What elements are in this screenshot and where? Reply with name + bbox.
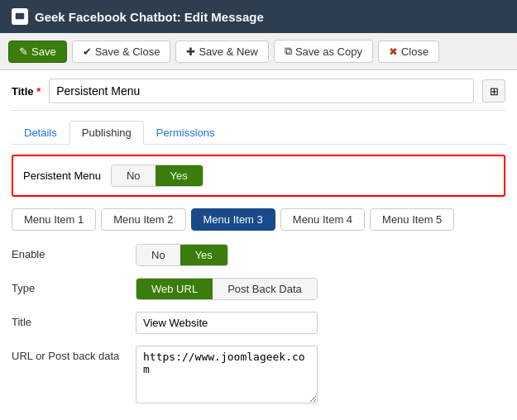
url-textarea[interactable]: <span data-bind="url_field.value"></span… [136,346,318,403]
save-close-button[interactable]: ✔ Save & Close [72,41,171,63]
enable-no-button[interactable]: No [136,245,180,265]
toolbar: ✎ Save ✔ Save & Close ✚ Save & New ⧉ Sav… [0,33,517,70]
persistent-menu-no-button[interactable]: No [112,165,156,186]
content-area: Title * ⊞ Details Publishing Permissions… [0,70,517,420]
tab-publishing[interactable]: Publishing [69,121,144,145]
title-bar: Geek Facebook Chatbot: Edit Message [0,0,517,33]
title-input-row: Title [12,312,505,334]
type-web-url-button[interactable]: Web URL [136,279,213,299]
type-post-back-button[interactable]: Post Back Data [213,279,317,299]
tab-permissions[interactable]: Permissions [144,121,227,144]
menu-item-5-button[interactable]: Menu Item 5 [370,208,454,231]
enable-yes-button[interactable]: Yes [180,245,227,265]
checkmark-icon: ✔ [83,45,92,58]
title-options-button[interactable]: ⊞ [482,79,505,103]
menu-item-1-button[interactable]: Menu Item 1 [12,208,96,231]
type-toggle: Web URL Post Back Data [136,278,318,300]
enable-row: Enable No Yes [12,244,505,266]
tab-bar: Details Publishing Permissions [12,121,505,145]
enable-toggle: No Yes [136,244,228,266]
save-copy-button[interactable]: ⧉ Save as Copy [274,40,373,63]
chatbot-icon [12,8,28,25]
persistent-menu-label: Persistent Menu [23,169,101,182]
copy-icon: ⧉ [285,45,292,58]
persistent-menu-yes-button[interactable]: Yes [156,165,203,186]
menu-items-row: Menu Item 1 Menu Item 2 Menu Item 3 Menu… [12,208,505,231]
close-button[interactable]: ✖ Close [378,41,439,63]
title-input[interactable] [49,79,474,103]
save-button[interactable]: ✎ Save [8,41,67,63]
plus-icon: ✚ [186,45,195,58]
menu-item-3-button[interactable]: Menu Item 3 [191,208,275,231]
persistent-menu-toggle: No Yes [111,165,203,187]
save-icon: ✎ [19,45,28,58]
x-icon: ✖ [389,45,398,58]
grid-icon: ⊞ [490,85,499,98]
url-label: URL or Post back data [12,346,127,362]
title-row: Title * ⊞ [12,79,505,111]
title-text-input[interactable] [136,312,318,334]
persistent-menu-section: Persistent Menu No Yes [12,155,505,197]
type-row: Type Web URL Post Back Data [12,278,505,300]
url-row: URL or Post back data <span data-bind="u… [12,346,505,406]
tab-details[interactable]: Details [12,121,69,144]
svg-rect-0 [15,12,25,20]
title-field-label: Title * [12,85,41,98]
menu-item-4-button[interactable]: Menu Item 4 [280,208,365,231]
menu-item-2-button[interactable]: Menu Item 2 [101,208,185,231]
enable-label: Enable [12,244,127,260]
window-title: Geek Facebook Chatbot: Edit Message [35,10,264,24]
save-new-button[interactable]: ✚ Save & New [175,41,269,63]
title-input-label: Title [12,312,127,328]
type-label: Type [12,278,127,294]
